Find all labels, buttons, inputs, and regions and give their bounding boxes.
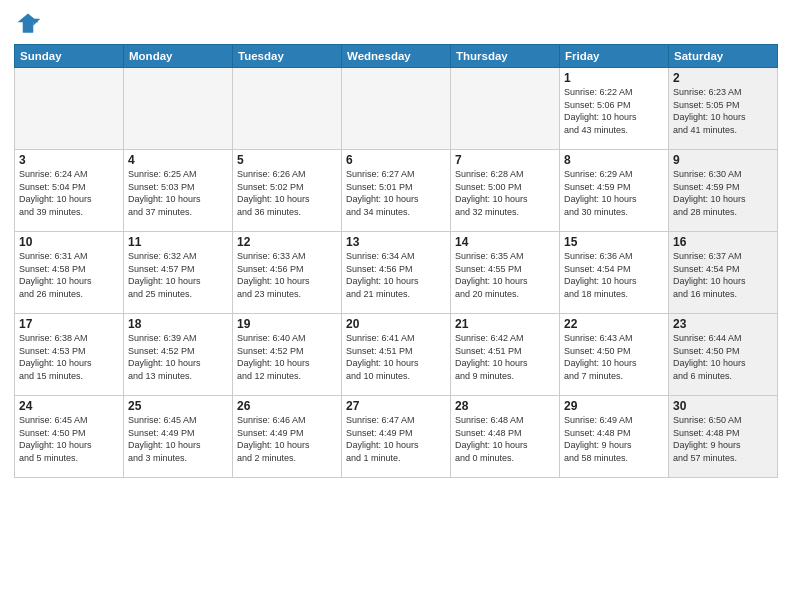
day-info: Sunrise: 6:37 AM Sunset: 4:54 PM Dayligh… [673, 250, 773, 300]
day-number: 1 [564, 71, 664, 85]
day-info: Sunrise: 6:28 AM Sunset: 5:00 PM Dayligh… [455, 168, 555, 218]
calendar-cell: 21Sunrise: 6:42 AM Sunset: 4:51 PM Dayli… [451, 314, 560, 396]
day-number: 10 [19, 235, 119, 249]
week-row-0: 1Sunrise: 6:22 AM Sunset: 5:06 PM Daylig… [15, 68, 778, 150]
calendar-cell: 19Sunrise: 6:40 AM Sunset: 4:52 PM Dayli… [233, 314, 342, 396]
week-row-2: 10Sunrise: 6:31 AM Sunset: 4:58 PM Dayli… [15, 232, 778, 314]
calendar-cell: 8Sunrise: 6:29 AM Sunset: 4:59 PM Daylig… [560, 150, 669, 232]
day-info: Sunrise: 6:46 AM Sunset: 4:49 PM Dayligh… [237, 414, 337, 464]
day-number: 21 [455, 317, 555, 331]
page-container: SundayMondayTuesdayWednesdayThursdayFrid… [0, 0, 792, 612]
day-info: Sunrise: 6:25 AM Sunset: 5:03 PM Dayligh… [128, 168, 228, 218]
weekday-header-monday: Monday [124, 45, 233, 68]
day-number: 27 [346, 399, 446, 413]
day-info: Sunrise: 6:43 AM Sunset: 4:50 PM Dayligh… [564, 332, 664, 382]
day-info: Sunrise: 6:24 AM Sunset: 5:04 PM Dayligh… [19, 168, 119, 218]
day-number: 6 [346, 153, 446, 167]
day-info: Sunrise: 6:23 AM Sunset: 5:05 PM Dayligh… [673, 86, 773, 136]
week-row-4: 24Sunrise: 6:45 AM Sunset: 4:50 PM Dayli… [15, 396, 778, 478]
calendar-cell: 3Sunrise: 6:24 AM Sunset: 5:04 PM Daylig… [15, 150, 124, 232]
day-number: 28 [455, 399, 555, 413]
day-info: Sunrise: 6:47 AM Sunset: 4:49 PM Dayligh… [346, 414, 446, 464]
day-number: 18 [128, 317, 228, 331]
calendar-cell: 20Sunrise: 6:41 AM Sunset: 4:51 PM Dayli… [342, 314, 451, 396]
day-info: Sunrise: 6:33 AM Sunset: 4:56 PM Dayligh… [237, 250, 337, 300]
calendar-cell: 1Sunrise: 6:22 AM Sunset: 5:06 PM Daylig… [560, 68, 669, 150]
calendar-cell: 17Sunrise: 6:38 AM Sunset: 4:53 PM Dayli… [15, 314, 124, 396]
day-info: Sunrise: 6:40 AM Sunset: 4:52 PM Dayligh… [237, 332, 337, 382]
day-info: Sunrise: 6:36 AM Sunset: 4:54 PM Dayligh… [564, 250, 664, 300]
calendar-cell: 23Sunrise: 6:44 AM Sunset: 4:50 PM Dayli… [669, 314, 778, 396]
calendar-cell [451, 68, 560, 150]
day-info: Sunrise: 6:42 AM Sunset: 4:51 PM Dayligh… [455, 332, 555, 382]
day-number: 26 [237, 399, 337, 413]
day-info: Sunrise: 6:45 AM Sunset: 4:50 PM Dayligh… [19, 414, 119, 464]
day-info: Sunrise: 6:45 AM Sunset: 4:49 PM Dayligh… [128, 414, 228, 464]
calendar-cell: 10Sunrise: 6:31 AM Sunset: 4:58 PM Dayli… [15, 232, 124, 314]
day-info: Sunrise: 6:35 AM Sunset: 4:55 PM Dayligh… [455, 250, 555, 300]
day-number: 29 [564, 399, 664, 413]
logo-icon [14, 10, 42, 38]
day-number: 24 [19, 399, 119, 413]
day-number: 5 [237, 153, 337, 167]
weekday-header-row: SundayMondayTuesdayWednesdayThursdayFrid… [15, 45, 778, 68]
day-number: 17 [19, 317, 119, 331]
day-number: 2 [673, 71, 773, 85]
calendar-cell: 28Sunrise: 6:48 AM Sunset: 4:48 PM Dayli… [451, 396, 560, 478]
logo [14, 10, 46, 38]
calendar-cell: 14Sunrise: 6:35 AM Sunset: 4:55 PM Dayli… [451, 232, 560, 314]
calendar-cell: 18Sunrise: 6:39 AM Sunset: 4:52 PM Dayli… [124, 314, 233, 396]
day-info: Sunrise: 6:50 AM Sunset: 4:48 PM Dayligh… [673, 414, 773, 464]
calendar-cell: 6Sunrise: 6:27 AM Sunset: 5:01 PM Daylig… [342, 150, 451, 232]
calendar-cell: 22Sunrise: 6:43 AM Sunset: 4:50 PM Dayli… [560, 314, 669, 396]
day-info: Sunrise: 6:34 AM Sunset: 4:56 PM Dayligh… [346, 250, 446, 300]
calendar-cell: 4Sunrise: 6:25 AM Sunset: 5:03 PM Daylig… [124, 150, 233, 232]
weekday-header-tuesday: Tuesday [233, 45, 342, 68]
day-number: 14 [455, 235, 555, 249]
day-info: Sunrise: 6:32 AM Sunset: 4:57 PM Dayligh… [128, 250, 228, 300]
day-info: Sunrise: 6:31 AM Sunset: 4:58 PM Dayligh… [19, 250, 119, 300]
calendar-cell [342, 68, 451, 150]
calendar-cell: 29Sunrise: 6:49 AM Sunset: 4:48 PM Dayli… [560, 396, 669, 478]
calendar-cell: 27Sunrise: 6:47 AM Sunset: 4:49 PM Dayli… [342, 396, 451, 478]
calendar-cell: 16Sunrise: 6:37 AM Sunset: 4:54 PM Dayli… [669, 232, 778, 314]
day-number: 9 [673, 153, 773, 167]
day-number: 15 [564, 235, 664, 249]
day-number: 23 [673, 317, 773, 331]
calendar-cell: 11Sunrise: 6:32 AM Sunset: 4:57 PM Dayli… [124, 232, 233, 314]
weekday-header-friday: Friday [560, 45, 669, 68]
day-number: 19 [237, 317, 337, 331]
weekday-header-thursday: Thursday [451, 45, 560, 68]
calendar-table: SundayMondayTuesdayWednesdayThursdayFrid… [14, 44, 778, 478]
day-number: 22 [564, 317, 664, 331]
weekday-header-saturday: Saturday [669, 45, 778, 68]
day-number: 3 [19, 153, 119, 167]
calendar-cell: 7Sunrise: 6:28 AM Sunset: 5:00 PM Daylig… [451, 150, 560, 232]
day-info: Sunrise: 6:27 AM Sunset: 5:01 PM Dayligh… [346, 168, 446, 218]
calendar-cell: 26Sunrise: 6:46 AM Sunset: 4:49 PM Dayli… [233, 396, 342, 478]
calendar-cell: 2Sunrise: 6:23 AM Sunset: 5:05 PM Daylig… [669, 68, 778, 150]
day-info: Sunrise: 6:30 AM Sunset: 4:59 PM Dayligh… [673, 168, 773, 218]
day-number: 7 [455, 153, 555, 167]
calendar-cell: 24Sunrise: 6:45 AM Sunset: 4:50 PM Dayli… [15, 396, 124, 478]
day-info: Sunrise: 6:49 AM Sunset: 4:48 PM Dayligh… [564, 414, 664, 464]
calendar-cell [124, 68, 233, 150]
day-info: Sunrise: 6:48 AM Sunset: 4:48 PM Dayligh… [455, 414, 555, 464]
calendar-cell: 30Sunrise: 6:50 AM Sunset: 4:48 PM Dayli… [669, 396, 778, 478]
day-number: 12 [237, 235, 337, 249]
day-info: Sunrise: 6:29 AM Sunset: 4:59 PM Dayligh… [564, 168, 664, 218]
day-info: Sunrise: 6:39 AM Sunset: 4:52 PM Dayligh… [128, 332, 228, 382]
day-info: Sunrise: 6:38 AM Sunset: 4:53 PM Dayligh… [19, 332, 119, 382]
day-number: 4 [128, 153, 228, 167]
day-number: 25 [128, 399, 228, 413]
week-row-3: 17Sunrise: 6:38 AM Sunset: 4:53 PM Dayli… [15, 314, 778, 396]
day-info: Sunrise: 6:26 AM Sunset: 5:02 PM Dayligh… [237, 168, 337, 218]
calendar-cell [233, 68, 342, 150]
calendar-cell: 5Sunrise: 6:26 AM Sunset: 5:02 PM Daylig… [233, 150, 342, 232]
day-number: 8 [564, 153, 664, 167]
day-number: 16 [673, 235, 773, 249]
calendar-cell [15, 68, 124, 150]
day-number: 30 [673, 399, 773, 413]
calendar-cell: 9Sunrise: 6:30 AM Sunset: 4:59 PM Daylig… [669, 150, 778, 232]
day-info: Sunrise: 6:41 AM Sunset: 4:51 PM Dayligh… [346, 332, 446, 382]
